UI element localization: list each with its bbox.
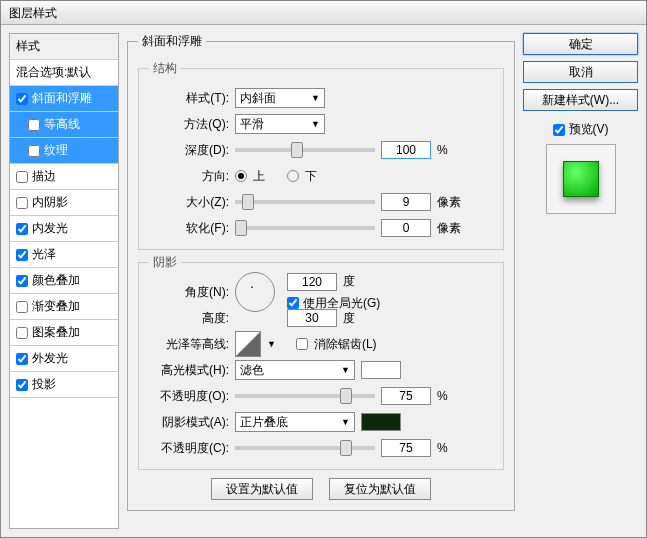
right-column: 确定 取消 新建样式(W)... 预览(V) [523,33,638,529]
sidebar-checkbox[interactable] [16,249,28,261]
highlight-opacity-label: 不透明度(O): [149,388,229,405]
sidebar-item-5[interactable]: 内阴影 [10,190,118,216]
sidebar-checkbox[interactable] [16,171,28,183]
sidebar-checkbox[interactable] [16,275,28,287]
layer-style-dialog: 图层样式 样式 混合选项:默认斜面和浮雕等高线纹理描边内阴影内发光光泽颜色叠加渐… [0,0,647,538]
altitude-value[interactable]: 30 [287,309,337,327]
sidebar-item-label: 斜面和浮雕 [32,90,92,107]
structure-group: 结构 样式(T): 内斜面▼ 方法(Q): 平滑▼ 深度(D): 100 % [138,60,504,250]
style-select[interactable]: 内斜面▼ [235,88,325,108]
chevron-down-icon[interactable]: ▼ [267,339,276,349]
sidebar-item-label: 纹理 [44,142,68,159]
titlebar[interactable]: 图层样式 [1,1,646,25]
sidebar-item-label: 光泽 [32,246,56,263]
global-light-checkbox[interactable] [287,297,299,309]
highlight-mode-select[interactable]: 滤色▼ [235,360,355,380]
direction-up-radio[interactable] [235,170,247,182]
gloss-label: 光泽等高线: [149,336,229,353]
sidebar-item-label: 内发光 [32,220,68,237]
soften-slider[interactable] [235,226,375,230]
size-value[interactable]: 9 [381,193,431,211]
depth-unit: % [437,143,467,157]
sidebar-checkbox[interactable] [16,223,28,235]
sidebar-header: 样式 [10,34,118,60]
highlight-mode-label: 高光模式(H): [149,362,229,379]
style-label: 样式(T): [149,90,229,107]
sidebar-checkbox[interactable] [28,145,40,157]
altitude-unit: 度 [343,310,355,327]
shading-title: 阴影 [149,254,181,271]
sidebar-item-0[interactable]: 混合选项:默认 [10,60,118,86]
sidebar-item-10[interactable]: 图案叠加 [10,320,118,346]
shadow-opacity-slider[interactable] [235,446,375,450]
sidebar-checkbox[interactable] [16,327,28,339]
sidebar-item-3[interactable]: 纹理 [10,138,118,164]
sidebar-checkbox[interactable] [16,353,28,365]
sidebar-item-2[interactable]: 等高线 [10,112,118,138]
shadow-mode-select[interactable]: 正片叠底▼ [235,412,355,432]
sidebar-checkbox[interactable] [16,93,28,105]
sidebar-checkbox[interactable] [16,379,28,391]
sidebar-item-1[interactable]: 斜面和浮雕 [10,86,118,112]
sidebar-item-9[interactable]: 渐变叠加 [10,294,118,320]
size-slider[interactable] [235,200,375,204]
sidebar-item-6[interactable]: 内发光 [10,216,118,242]
structure-title: 结构 [149,60,181,77]
cancel-button[interactable]: 取消 [523,61,638,83]
highlight-opacity-slider[interactable] [235,394,375,398]
sidebar-item-11[interactable]: 外发光 [10,346,118,372]
sidebar-checkbox[interactable] [16,301,28,313]
sidebar-item-7[interactable]: 光泽 [10,242,118,268]
highlight-color-swatch[interactable] [361,361,401,379]
new-style-button[interactable]: 新建样式(W)... [523,89,638,111]
opacity-unit2: % [437,441,467,455]
chevron-down-icon: ▼ [311,93,320,103]
angle-label: 角度(N): [149,284,229,301]
sidebar-checkbox[interactable] [28,119,40,131]
sidebar-item-label: 外发光 [32,350,68,367]
sidebar-item-8[interactable]: 颜色叠加 [10,268,118,294]
set-default-button[interactable]: 设置为默认值 [211,478,313,500]
preview-label: 预览(V) [569,121,609,138]
chevron-down-icon: ▼ [341,365,350,375]
chevron-down-icon: ▼ [311,119,320,129]
sidebar-item-label: 颜色叠加 [32,272,80,289]
angle-value[interactable]: 120 [287,273,337,291]
sidebar-item-12[interactable]: 投影 [10,372,118,398]
soften-label: 软化(F): [149,220,229,237]
panel-title: 斜面和浮雕 [138,33,206,50]
direction-down-radio[interactable] [287,170,299,182]
antialias-label: 消除锯齿(L) [314,336,377,353]
shadow-opacity-label: 不透明度(C): [149,440,229,457]
method-select[interactable]: 平滑▼ [235,114,325,134]
size-unit: 像素 [437,194,467,211]
method-label: 方法(Q): [149,116,229,133]
sidebar-item-label: 内阴影 [32,194,68,211]
sidebar-item-label: 投影 [32,376,56,393]
opacity-unit: % [437,389,467,403]
angle-wheel[interactable] [235,272,275,312]
highlight-opacity-value[interactable]: 75 [381,387,431,405]
depth-slider[interactable] [235,148,375,152]
shadow-mode-label: 阴影模式(A): [149,414,229,431]
ok-button[interactable]: 确定 [523,33,638,55]
preview-box [546,144,616,214]
sidebar-checkbox[interactable] [16,197,28,209]
window-title: 图层样式 [9,6,57,20]
main-panel: 斜面和浮雕 结构 样式(T): 内斜面▼ 方法(Q): 平滑▼ 深度(D): 1 [127,33,515,529]
depth-value[interactable]: 100 [381,141,431,159]
soften-value[interactable]: 0 [381,219,431,237]
altitude-label: 高度: [149,310,229,327]
reset-default-button[interactable]: 复位为默认值 [329,478,431,500]
shadow-opacity-value[interactable]: 75 [381,439,431,457]
sidebar-item-label: 描边 [32,168,56,185]
shadow-color-swatch[interactable] [361,413,401,431]
antialias-checkbox[interactable] [296,338,308,350]
gloss-contour[interactable] [235,331,261,357]
size-label: 大小(Z): [149,194,229,211]
soften-unit: 像素 [437,220,467,237]
preview-checkbox[interactable] [553,124,565,136]
sidebar-item-4[interactable]: 描边 [10,164,118,190]
chevron-down-icon: ▼ [341,417,350,427]
sidebar-item-label: 图案叠加 [32,324,80,341]
